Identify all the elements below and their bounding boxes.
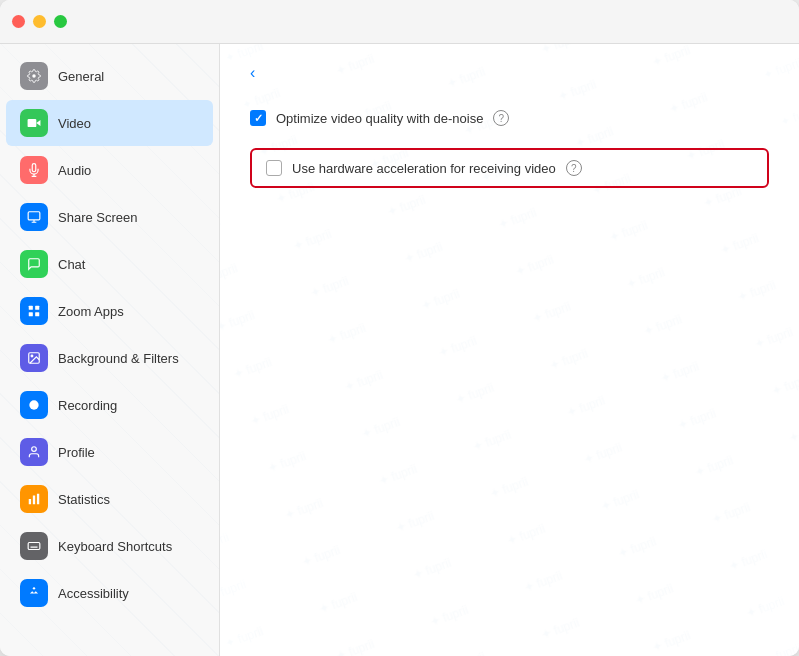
statistics-label: Statistics [58,492,110,507]
main-panel: ✦ fuprii ‹ ✓Optimize video quality with … [220,44,799,656]
settings-window: GeneralVideoAudioShare ScreenChatZoom Ap… [0,0,799,656]
keyboard-icon [20,532,48,560]
svg-rect-15 [29,499,31,504]
svg-rect-18 [28,543,40,550]
audio-label: Audio [58,163,91,178]
option-label-denoise: Optimize video quality with de-noise [276,111,483,126]
accessibility-label: Accessibility [58,586,129,601]
general-icon [20,62,48,90]
chat-label: Chat [58,257,85,272]
help-icon-denoise[interactable]: ? [493,110,509,126]
back-button[interactable]: ‹ [250,64,259,82]
background-label: Background & Filters [58,351,179,366]
option-row-denoise: ✓Optimize video quality with de-noise? [250,106,769,130]
profile-icon [20,438,48,466]
minimize-button[interactable] [33,15,46,28]
svg-rect-7 [29,306,33,310]
sidebar-item-chat[interactable]: Chat [6,241,213,287]
profile-label: Profile [58,445,95,460]
video-label: Video [58,116,91,131]
window-controls [12,15,67,28]
svg-rect-8 [35,306,39,310]
zoom-apps-label: Zoom Apps [58,304,124,319]
svg-marker-0 [36,120,40,126]
sidebar-item-accessibility[interactable]: Accessibility [6,570,213,616]
svg-point-14 [32,447,37,452]
svg-rect-10 [35,312,39,316]
sidebar-item-zoom-apps[interactable]: Zoom Apps [6,288,213,334]
share-screen-icon [20,203,48,231]
chat-icon [20,250,48,278]
sidebar-item-recording[interactable]: Recording [6,382,213,428]
options-container: ✓Optimize video quality with de-noise?Us… [250,106,769,188]
sidebar-item-audio[interactable]: Audio [6,147,213,193]
svg-rect-9 [29,312,33,316]
sidebar-item-video[interactable]: Video [6,100,213,146]
checkbox-denoise[interactable]: ✓ [250,110,266,126]
close-button[interactable] [12,15,25,28]
content-area: GeneralVideoAudioShare ScreenChatZoom Ap… [0,44,799,656]
titlebar [0,0,799,44]
recording-icon [20,391,48,419]
accessibility-icon [20,579,48,607]
svg-rect-1 [28,119,37,127]
sidebar-item-statistics[interactable]: Statistics [6,476,213,522]
sidebar-item-general[interactable]: General [6,53,213,99]
keyboard-label: Keyboard Shortcuts [58,539,172,554]
svg-rect-16 [33,496,35,505]
sidebar-item-profile[interactable]: Profile [6,429,213,475]
sidebar-item-keyboard[interactable]: Keyboard Shortcuts [6,523,213,569]
video-icon [20,109,48,137]
svg-point-12 [31,355,33,357]
general-label: General [58,69,104,84]
maximize-button[interactable] [54,15,67,28]
help-icon-hw-accel[interactable]: ? [566,160,582,176]
back-arrow-icon: ‹ [250,64,255,82]
checkmark-icon: ✓ [254,113,263,124]
zoom-apps-icon [20,297,48,325]
background-icon [20,344,48,372]
svg-rect-4 [28,212,40,220]
svg-point-13 [29,400,38,409]
sidebar-item-background[interactable]: Background & Filters [6,335,213,381]
option-label-hw-accel: Use hardware acceleration for receiving … [292,161,556,176]
svg-point-24 [33,587,35,589]
checkbox-hw-accel[interactable] [266,160,282,176]
sidebar: GeneralVideoAudioShare ScreenChatZoom Ap… [0,44,220,656]
svg-rect-17 [37,494,39,505]
main-content: ‹ ✓Optimize video quality with de-noise?… [220,44,799,226]
statistics-icon [20,485,48,513]
audio-icon [20,156,48,184]
option-row-hw-accel: Use hardware acceleration for receiving … [250,148,769,188]
share-screen-label: Share Screen [58,210,138,225]
sidebar-item-share-screen[interactable]: Share Screen [6,194,213,240]
recording-label: Recording [58,398,117,413]
